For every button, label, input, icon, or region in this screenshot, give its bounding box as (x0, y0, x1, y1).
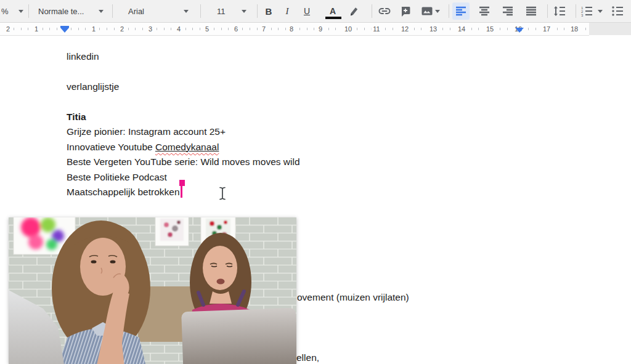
toolbar-divider (257, 4, 258, 18)
ruler-mark: 3 (147, 25, 154, 33)
ruler-mark: 14 (456, 25, 467, 33)
align-center-button[interactable] (476, 2, 493, 20)
image-icon (421, 6, 433, 17)
collaborator-caret-flag (179, 180, 185, 186)
text-run: Innovatieve Youtube (67, 142, 155, 152)
video-overlay[interactable] (9, 217, 296, 364)
toolbar: % Normale te... Arial 11 B I U A (0, 0, 631, 23)
doc-line[interactable]: linkedin (67, 49, 631, 64)
text-run: Beste Vergeten YouTube serie: Wild moves… (67, 156, 300, 167)
add-comment-button[interactable] (397, 2, 414, 20)
highlighter-pen-icon (348, 6, 359, 17)
chevron-down-icon (99, 10, 104, 13)
insert-link-button[interactable] (376, 2, 393, 20)
zoom-select[interactable]: % (1, 0, 23, 22)
misspelled-word: Comedykanaal (155, 142, 219, 152)
chevron-down-icon (242, 10, 246, 13)
ruler-mark: 13 (428, 25, 439, 33)
ruler-mark: 18 (569, 25, 580, 33)
doc-line[interactable] (67, 94, 631, 109)
ruler-mark: 11 (371, 25, 381, 33)
doc-line[interactable]: Innovatieve Youtube Comedykanaal (67, 140, 631, 155)
ruler-mark: 17 (541, 25, 552, 33)
font-family-label: Arial (128, 7, 144, 16)
toolbar-divider (372, 4, 372, 18)
doc-line[interactable] (67, 200, 631, 214)
chevron-down-icon[interactable] (435, 10, 440, 13)
line-spacing-button[interactable] (551, 2, 568, 20)
ruler-mark: 8 (288, 25, 295, 33)
toolbar-divider (200, 4, 201, 18)
ruler-mark: 5 (203, 25, 211, 33)
link-icon (378, 6, 391, 17)
wall-art-frame-middle (155, 217, 189, 246)
align-right-icon (502, 6, 513, 16)
doc-line[interactable]: Maatschappelijk betrokken (67, 185, 631, 200)
bold-label: B (266, 6, 272, 17)
align-center-icon (479, 6, 490, 16)
text-run: Grijze pionier: Instagram account 25+ (67, 126, 226, 137)
text-cursor-ibeam (218, 186, 227, 201)
doc-line[interactable]: Beste Vergeten YouTube serie: Wild moves… (67, 155, 631, 169)
google-docs-screen: % Normale te... Arial 11 B I U A (0, 0, 631, 364)
text-run: Beste Politieke Podcast (67, 172, 167, 182)
line-spacing-icon (553, 6, 566, 17)
text-run: Titia (67, 111, 86, 122)
ruler-mark: 1 (90, 25, 97, 33)
toolbar-divider (576, 4, 576, 18)
italic-button[interactable]: I (279, 2, 296, 20)
right-indent-triangle[interactable] (515, 28, 524, 33)
italic-label: I (286, 6, 289, 17)
text-run: ovement (muizen vrijlaten) (297, 292, 409, 302)
align-right-button[interactable] (499, 2, 516, 20)
ruler-mark: 2 (118, 25, 126, 33)
doc-line[interactable] (67, 64, 631, 79)
ruler[interactable]: 21123456789101112131415161718 (0, 23, 631, 35)
bold-button[interactable]: B (260, 2, 277, 20)
numbered-list-button[interactable]: 1 2 3 (578, 2, 595, 20)
font-size-select[interactable]: 11 (217, 0, 246, 22)
ruler-mark: 1 (33, 25, 40, 33)
chevron-down-icon[interactable] (598, 10, 603, 13)
text-color-swatch (325, 17, 341, 19)
chevron-down-icon (184, 10, 189, 13)
doc-line[interactable]: Beste Politieke Podcast (67, 170, 631, 185)
toolbar-divider (28, 4, 29, 18)
text-color-button[interactable]: A (324, 2, 341, 20)
zoom-select-label: % (1, 7, 9, 16)
toolbar-divider (449, 4, 449, 18)
align-justify-button[interactable] (523, 2, 540, 20)
text-color-icon: A (330, 6, 336, 16)
text-run: Maatschappelijk betrokken (67, 187, 180, 197)
paragraph-style-select[interactable]: Normale te... (38, 0, 104, 22)
underline-label: U (304, 6, 310, 16)
bulleted-list-button[interactable] (609, 2, 626, 20)
left-indent-marker[interactable] (60, 26, 69, 33)
ruler-mark: 15 (484, 25, 495, 33)
collaborator-caret (181, 185, 182, 198)
ruler-mark: 4 (175, 25, 182, 33)
ruler-mark: 12 (399, 25, 410, 33)
person-left (52, 220, 150, 364)
text-run: verlanglijstje (67, 81, 119, 92)
doc-line[interactable]: verlanglijstje (67, 79, 631, 94)
font-family-select[interactable]: Arial (128, 0, 189, 22)
toolbar-divider (547, 4, 548, 18)
left-indent-triangle[interactable] (60, 28, 69, 33)
text-run: Comedykanaal (155, 142, 219, 152)
bulleted-list-icon (611, 6, 624, 17)
doc-line[interactable]: Titia (67, 110, 631, 124)
right-indent-marker[interactable] (515, 28, 524, 33)
underline-button[interactable]: U (298, 2, 316, 20)
align-left-button[interactable] (452, 2, 470, 20)
insert-image-button[interactable] (418, 2, 436, 20)
svg-text:3: 3 (581, 14, 584, 17)
ruler-mark: 9 (317, 25, 324, 33)
chevron-down-icon (18, 10, 23, 13)
ruler-mark: 7 (260, 25, 267, 33)
ruler-mark: 6 (232, 25, 240, 33)
highlight-color-button[interactable] (345, 2, 362, 20)
text-run: linkedin (67, 51, 99, 62)
doc-line[interactable]: Grijze pionier: Instagram account 25+ (67, 124, 631, 139)
align-justify-icon (526, 6, 537, 16)
